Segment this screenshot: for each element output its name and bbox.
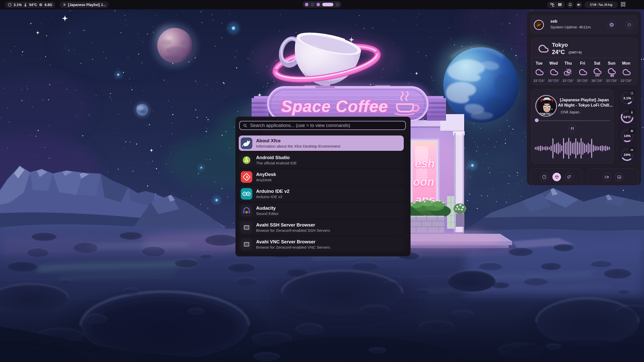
- svg-text:esh: esh: [415, 157, 435, 170]
- svg-text:oon: oon: [413, 175, 434, 188]
- svg-text:Space Coffee: Space Coffee: [281, 97, 388, 115]
